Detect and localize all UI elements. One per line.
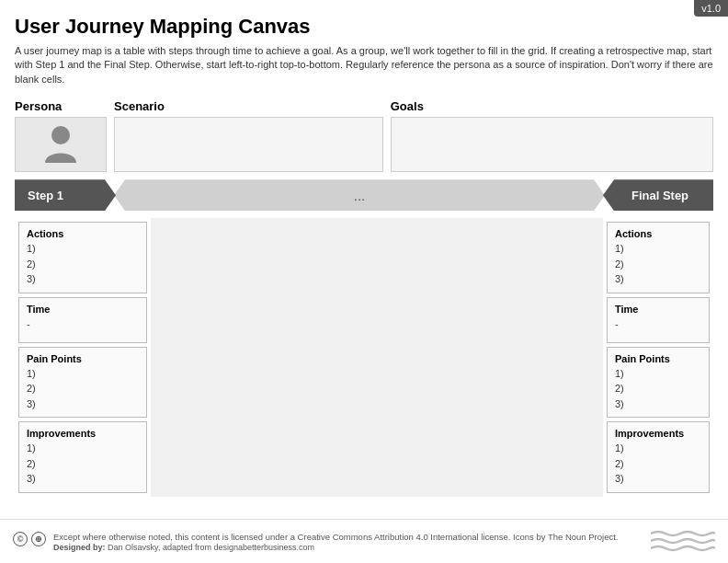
left-improvements-label: Improvements (27, 428, 139, 439)
goals-box[interactable] (391, 117, 713, 172)
designer-name: Dan Olsavsky (108, 543, 158, 552)
left-improvements-cell[interactable]: Improvements 1) 2) 3) (18, 421, 147, 493)
right-improvements-line1: 1) (615, 441, 701, 456)
creative-commons-by-icon: ⊕ (31, 532, 46, 546)
left-time-label: Time (27, 304, 139, 315)
footer-text-block: Except where otherwise noted, this conte… (53, 531, 619, 552)
left-actions-line3: 3) (27, 271, 139, 287)
left-painpoints-line1: 1) (27, 366, 139, 382)
top-row: Persona Scenario Goals (15, 99, 713, 172)
left-improvements-line3: 3) (27, 471, 139, 487)
right-actions-line3: 3) (615, 271, 701, 287)
version-badge: v1.0 (694, 0, 728, 17)
right-improvements-cell[interactable]: Improvements 1) 2) 3) (607, 421, 710, 493)
page-description: A user journey map is a table with steps… (15, 44, 713, 86)
right-painpoints-line2: 2) (615, 381, 701, 396)
right-painpoints-line1: 1) (615, 366, 701, 382)
person-icon (43, 122, 78, 167)
creative-commons-icon: © (13, 532, 28, 546)
right-actions-cell[interactable]: Actions 1) 2) 3) (607, 222, 710, 293)
persona-box[interactable] (15, 117, 107, 172)
right-time-label: Time (615, 304, 701, 315)
wave-icon (651, 528, 715, 556)
step-last: Final Step (603, 179, 713, 211)
left-actions-label: Actions (27, 228, 139, 239)
steps-bar: Step 1 ... Final Step (15, 179, 713, 211)
footer-right (651, 528, 715, 556)
designer-url: adapted from designabetterbusiness.com (163, 543, 314, 552)
footer-icons: © ⊕ (13, 532, 46, 546)
left-time-cell[interactable]: Time - (18, 297, 147, 343)
svg-point-0 (51, 126, 70, 144)
left-actions-line2: 2) (27, 257, 139, 272)
left-column: Actions 1) 2) 3) Time - Pain Points 1) 2… (15, 218, 151, 497)
scenario-label: Scenario (114, 99, 383, 113)
step-first: Step 1 (15, 179, 116, 211)
left-painpoints-cell[interactable]: Pain Points 1) 2) 3) (18, 347, 147, 419)
waves-svg (651, 528, 715, 556)
persona-section: Persona (15, 99, 107, 172)
left-painpoints-line2: 2) (27, 381, 139, 396)
right-improvements-line3: 3) (615, 471, 701, 487)
left-time-value: - (27, 316, 139, 332)
right-improvements-line2: 2) (615, 456, 701, 472)
left-painpoints-label: Pain Points (27, 353, 139, 364)
left-painpoints-line3: 3) (27, 396, 139, 412)
middle-column (151, 218, 603, 497)
right-painpoints-label: Pain Points (615, 353, 701, 364)
goals-label: Goals (391, 99, 713, 113)
right-time-value: - (615, 316, 701, 332)
page-title: User Journey Mapping Canvas (15, 15, 713, 39)
grid-area: Actions 1) 2) 3) Time - Pain Points 1) 2… (15, 218, 713, 497)
footer-left: © ⊕ Except where otherwise noted, this c… (13, 531, 651, 552)
footer: © ⊕ Except where otherwise noted, this c… (0, 519, 728, 563)
designer-credit: Designed by: Dan Olsavsky, adapted from … (53, 543, 619, 552)
right-improvements-label: Improvements (615, 428, 701, 439)
right-column: Actions 1) 2) 3) Time - Pain Points 1) 2… (603, 218, 713, 497)
right-actions-line1: 1) (615, 241, 701, 257)
license-text: Except where otherwise noted, this conte… (53, 531, 619, 543)
left-improvements-line1: 1) (27, 441, 139, 456)
right-actions-line2: 2) (615, 257, 701, 272)
goals-section: Goals (391, 99, 713, 172)
scenario-box[interactable] (114, 117, 383, 172)
right-painpoints-cell[interactable]: Pain Points 1) 2) 3) (607, 347, 710, 419)
designer-label: Designed by: (53, 543, 106, 552)
right-time-cell[interactable]: Time - (607, 297, 710, 343)
right-painpoints-line3: 3) (615, 396, 701, 412)
right-actions-label: Actions (615, 228, 701, 239)
left-actions-line1: 1) (27, 241, 139, 257)
scenario-section: Scenario (114, 99, 383, 172)
left-improvements-line2: 2) (27, 456, 139, 472)
left-actions-cell[interactable]: Actions 1) 2) 3) (18, 222, 147, 293)
persona-label: Persona (15, 99, 107, 113)
step-middle: ... (114, 179, 605, 211)
